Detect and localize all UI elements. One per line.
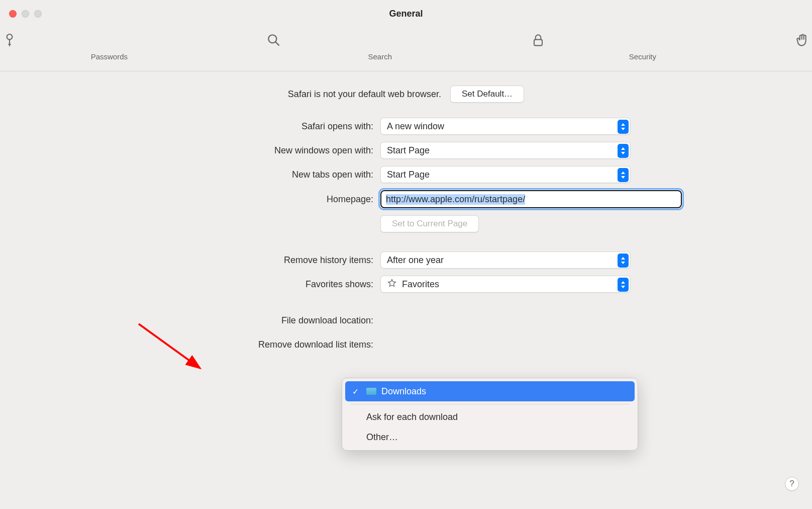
svg-point-7 xyxy=(7,34,13,40)
chevron-updown-icon xyxy=(618,253,629,268)
preferences-content: Safari is not your default web browser. … xyxy=(0,71,812,428)
lock-icon xyxy=(530,31,546,49)
label: New windows open with: xyxy=(130,145,380,156)
select-value: Start Page xyxy=(387,145,430,156)
default-browser-banner: Safari is not your default web browser. … xyxy=(130,86,682,103)
select-value: After one year xyxy=(387,255,444,266)
hand-icon xyxy=(794,31,810,49)
row-safari-opens-with: Safari opens with: A new window xyxy=(130,118,682,135)
checkmark-icon: ✓ xyxy=(352,387,361,396)
tab-label: Security xyxy=(413,52,663,61)
tab-passwords[interactable]: Passwords xyxy=(0,27,142,65)
preferences-toolbar: General Tabs AutoFill Passwords Search S… xyxy=(0,27,812,71)
star-icon xyxy=(387,278,397,291)
row-favorites-shows: Favorites shows: Favorites xyxy=(130,276,682,293)
favorites-select[interactable]: Favorites xyxy=(380,276,631,293)
label: Homepage: xyxy=(130,194,380,205)
traffic-lights xyxy=(9,10,42,18)
label: Remove download list items: xyxy=(130,340,380,350)
tab-search[interactable]: Search xyxy=(142,27,406,65)
svg-rect-9 xyxy=(534,40,542,46)
remove-history-select[interactable]: After one year xyxy=(380,251,631,269)
tab-privacy[interactable]: Privacy xyxy=(670,27,812,65)
separator xyxy=(350,404,630,404)
select-value: Start Page xyxy=(387,169,430,180)
row-new-tabs: New tabs open with: Start Page xyxy=(130,166,682,183)
safari-opens-with-select[interactable]: A new window xyxy=(380,118,631,135)
folder-icon xyxy=(366,388,376,395)
tab-security[interactable]: Security xyxy=(406,27,670,65)
homepage-input[interactable] xyxy=(380,190,682,208)
select-value: Favorites xyxy=(402,279,439,290)
key-icon xyxy=(2,31,18,49)
tab-label: Passwords xyxy=(0,52,135,61)
close-button[interactable] xyxy=(9,10,17,18)
dropdown-item-label: Downloads xyxy=(381,386,426,397)
tab-label: Privacy xyxy=(677,52,812,61)
select-value: A new window xyxy=(387,121,444,132)
chevron-updown-icon xyxy=(618,278,629,292)
banner-text: Safari is not your default web browser. xyxy=(288,89,441,100)
chevron-updown-icon xyxy=(618,144,629,158)
zoom-button[interactable] xyxy=(34,10,42,18)
row-download-location: File download location: xyxy=(130,312,682,329)
label: File download location: xyxy=(130,315,380,326)
set-default-button[interactable]: Set Default… xyxy=(450,86,524,103)
set-current-page-button[interactable]: Set to Current Page xyxy=(380,215,479,232)
row-remove-history: Remove history items: After one year xyxy=(130,251,682,269)
dropdown-item-label: Ask for each download xyxy=(366,412,458,422)
new-tabs-select[interactable]: Start Page xyxy=(380,166,631,183)
help-button[interactable]: ? xyxy=(785,477,799,491)
row-homepage: Homepage: xyxy=(130,190,682,208)
chevron-updown-icon xyxy=(618,120,629,134)
download-location-dropdown: ✓ Downloads Ask for each download Other… xyxy=(342,378,638,451)
label: Safari opens with: xyxy=(130,121,380,132)
label: Favorites shows: xyxy=(130,279,380,290)
search-icon xyxy=(266,31,282,49)
chevron-updown-icon xyxy=(618,168,629,182)
label: Remove history items: xyxy=(130,255,380,266)
svg-point-8 xyxy=(268,35,276,43)
minimize-button[interactable] xyxy=(22,10,29,18)
tab-label: Search xyxy=(149,52,399,61)
row-new-windows: New windows open with: Start Page xyxy=(130,142,682,159)
window-title: General xyxy=(389,9,423,19)
label: New tabs open with: xyxy=(130,169,380,180)
dropdown-item-other[interactable]: Other… xyxy=(345,427,635,447)
row-remove-download-list: Remove download list items: xyxy=(130,336,682,353)
titlebar: General xyxy=(0,0,812,27)
new-windows-select[interactable]: Start Page xyxy=(380,142,631,159)
row-set-current-page: Set to Current Page xyxy=(130,215,682,232)
dropdown-item-label: Other… xyxy=(366,432,398,443)
dropdown-item-downloads[interactable]: ✓ Downloads xyxy=(345,381,635,401)
dropdown-item-ask[interactable]: Ask for each download xyxy=(345,407,635,427)
